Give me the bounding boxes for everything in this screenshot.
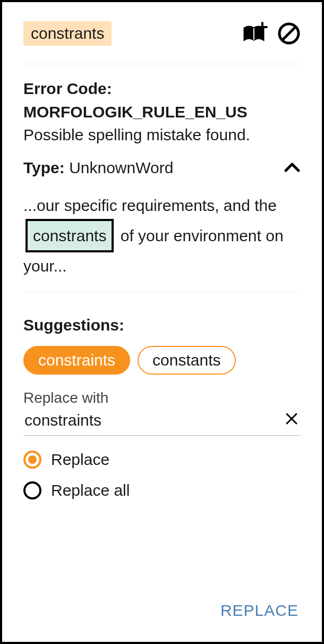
action-row: REPLACE <box>23 598 301 623</box>
radio-label: Replace <box>51 451 109 469</box>
type-label: Type: <box>23 159 65 176</box>
error-section: Error Code: MORFOLOGIK_RULE_EN_US Possib… <box>23 77 301 192</box>
replace-with-label: Replace with <box>23 389 301 406</box>
chevron-up-icon[interactable] <box>284 162 301 173</box>
context-highlight: constrants <box>25 219 114 252</box>
svg-line-3 <box>283 27 295 40</box>
radio-icon <box>23 451 41 469</box>
context-snippet: ...our specific requirements, and the co… <box>23 192 301 279</box>
radio-replace-all[interactable]: Replace all <box>23 481 301 499</box>
misspelled-word-chip: constrants <box>23 21 112 46</box>
divider <box>23 64 301 64</box>
error-code-value: MORFOLOGIK_RULE_EN_US <box>23 103 248 121</box>
header-row: constrants <box>23 21 301 46</box>
suggestions-title: Suggestions: <box>23 316 301 334</box>
replace-button[interactable]: REPLACE <box>218 598 301 623</box>
replace-input-row <box>23 411 301 436</box>
replace-input[interactable] <box>23 411 283 430</box>
radio-icon <box>23 481 41 499</box>
header-actions <box>242 22 301 45</box>
suggestion-chip[interactable]: constants <box>138 346 235 375</box>
context-before: ...our specific requirements, and the <box>23 197 277 214</box>
add-to-dictionary-icon[interactable] <box>242 22 268 45</box>
error-code-label: Error Code: <box>23 80 112 97</box>
ignore-icon[interactable] <box>277 22 301 45</box>
divider <box>23 292 301 293</box>
error-description: Possible spelling mistake found. <box>23 123 301 147</box>
radio-replace[interactable]: Replace <box>23 451 301 469</box>
clear-input-icon[interactable] <box>283 411 301 429</box>
type-value: UnknownWord <box>69 159 173 176</box>
suggestion-chips: constraints constants <box>23 346 301 375</box>
radio-label: Replace all <box>51 481 130 499</box>
spellcheck-panel: constrants <box>0 0 324 644</box>
suggestion-chip[interactable]: constraints <box>23 346 130 375</box>
